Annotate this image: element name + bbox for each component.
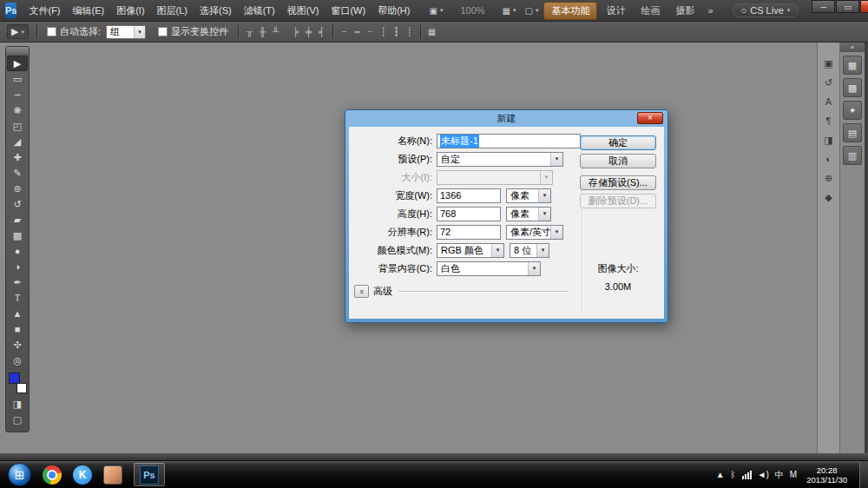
view-extras-button[interactable]: ▦ ▾: [498, 4, 521, 17]
eyedropper-tool[interactable]: ◢: [7, 134, 28, 149]
menu-window[interactable]: 窗口(W): [325, 0, 372, 21]
distribute-vertical-centers-icon[interactable]: ┅: [351, 25, 364, 39]
show-desktop-button[interactable]: [859, 461, 868, 488]
distribute-bottom-edges-icon[interactable]: ┈: [364, 25, 377, 39]
resolution-input[interactable]: [437, 225, 501, 240]
distribute-horizontal-centers-icon[interactable]: ┇: [390, 25, 403, 39]
hand-tool[interactable]: ✣: [7, 337, 28, 353]
info-panel-icon[interactable]: ◆: [819, 188, 838, 206]
channels-panel-icon[interactable]: ▥: [843, 146, 862, 165]
history-panel-icon[interactable]: ↺: [819, 74, 838, 91]
network-signal-icon[interactable]: [742, 471, 752, 479]
input-method-icon[interactable]: M: [790, 470, 797, 479]
language-indicator[interactable]: 中: [775, 469, 784, 481]
healing-brush-tool[interactable]: ✚: [7, 149, 28, 165]
distribute-left-edges-icon[interactable]: ┆: [377, 25, 390, 39]
taskbar-clock[interactable]: 20:28 2013/11/30: [806, 465, 847, 485]
photoshop-logo-icon[interactable]: Ps: [5, 3, 16, 18]
messenger-taskbar-icon[interactable]: [103, 465, 122, 485]
clone-stamp-tool[interactable]: ⊛: [7, 181, 28, 196]
save-preset-button[interactable]: 存储预设(S)...: [580, 175, 656, 190]
ok-button[interactable]: 确定: [580, 135, 656, 150]
menu-view[interactable]: 视图(V): [281, 0, 326, 21]
menu-filter[interactable]: 滤镜(T): [238, 0, 281, 21]
launch-bridge-button[interactable]: ▣ ▾: [424, 4, 447, 17]
toolbox-header[interactable]: [6, 47, 29, 54]
auto-select-target-select[interactable]: 组 ▾: [106, 25, 146, 39]
lasso-tool[interactable]: ∽: [7, 87, 28, 102]
minimize-button[interactable]: ─: [812, 0, 835, 13]
align-right-edges-icon[interactable]: ╡: [315, 25, 328, 39]
menu-select[interactable]: 选择(S): [194, 0, 238, 21]
show-transform-controls-checkbox[interactable]: [158, 27, 168, 36]
color-mode-select[interactable]: RGB 颜色 ▾: [437, 243, 504, 258]
bit-depth-select[interactable]: 8 位 ▾: [510, 243, 549, 258]
gradient-tool[interactable]: ▩: [7, 228, 28, 243]
bluetooth-icon[interactable]: ᛒ: [731, 470, 736, 479]
show-hidden-icons-button[interactable]: ▲: [716, 470, 725, 479]
dodge-tool[interactable]: ◑: [7, 259, 28, 274]
workspace-photo[interactable]: 摄影: [668, 3, 701, 19]
height-unit-select[interactable]: 像素 ▾: [506, 207, 551, 221]
screen-mode-button[interactable]: ▢: [7, 412, 28, 427]
align-left-edges-icon[interactable]: ╞: [289, 25, 302, 39]
zoom-tool[interactable]: ◎: [7, 353, 28, 368]
crop-tool[interactable]: ◰: [7, 118, 28, 134]
volume-icon[interactable]: ◄): [758, 470, 769, 479]
background-contents-select[interactable]: 白色 ▾: [437, 261, 541, 276]
shape-tool[interactable]: ■: [7, 321, 28, 337]
preset-select[interactable]: 自定 ▾: [437, 152, 563, 167]
pen-tool[interactable]: ✒: [7, 274, 28, 290]
restore-button[interactable]: ▭: [836, 0, 859, 13]
tool-preset-picker[interactable]: ▶ ▾: [7, 24, 29, 39]
name-input[interactable]: 未标题-1: [437, 134, 581, 148]
clone-source-panel-icon[interactable]: ⊕: [819, 169, 838, 187]
distribute-right-edges-icon[interactable]: ┊: [403, 25, 416, 39]
paragraph-panel-icon[interactable]: ¶: [819, 112, 838, 129]
chrome-taskbar-icon[interactable]: [43, 465, 62, 485]
move-tool[interactable]: ▶: [7, 56, 28, 71]
width-unit-select[interactable]: 像素 ▾: [506, 188, 551, 203]
adjustments-panel-icon[interactable]: ◐: [819, 150, 838, 168]
distribute-top-edges-icon[interactable]: ┄: [338, 25, 351, 39]
workspace-design[interactable]: 设计: [599, 3, 632, 19]
masks-panel-icon[interactable]: ◨: [819, 131, 838, 148]
menu-image[interactable]: 图像(I): [110, 0, 150, 21]
eraser-tool[interactable]: ▰: [7, 212, 28, 228]
rectangular-marquee-tool[interactable]: ▭: [7, 71, 28, 87]
menu-layer[interactable]: 图层(L): [151, 0, 194, 21]
swatches-panel-icon[interactable]: ▩: [843, 78, 862, 97]
advanced-toggle-button[interactable]: »: [354, 285, 369, 298]
mini-bridge-panel-icon[interactable]: ▣: [819, 55, 838, 72]
cancel-button[interactable]: 取消: [580, 154, 656, 168]
align-vertical-centers-icon[interactable]: ╫: [256, 25, 269, 39]
styles-panel-icon[interactable]: ✦: [843, 101, 862, 120]
align-horizontal-centers-icon[interactable]: ╪: [302, 25, 315, 39]
kugou-taskbar-icon[interactable]: K: [73, 465, 92, 485]
layers-panel-icon[interactable]: ▤: [843, 123, 862, 142]
dialog-titlebar[interactable]: 新建 ×: [345, 110, 667, 127]
photoshop-taskbar-button[interactable]: Ps: [134, 463, 165, 486]
type-tool[interactable]: T: [7, 290, 28, 306]
arrange-documents-button[interactable]: ▢ ▾: [521, 4, 543, 17]
workspace-overflow-button[interactable]: »: [702, 5, 718, 16]
zoom-level[interactable]: 100%: [456, 5, 489, 16]
quick-selection-tool[interactable]: ❋: [7, 102, 28, 118]
path-selection-tool[interactable]: ▲: [7, 306, 28, 321]
auto-align-layers-icon[interactable]: ▦: [425, 25, 438, 39]
close-button[interactable]: ×: [860, 0, 868, 13]
height-input[interactable]: [437, 207, 501, 221]
quick-mask-button[interactable]: ◨: [7, 396, 28, 412]
history-brush-tool[interactable]: ↺: [7, 196, 28, 212]
menu-file[interactable]: 文件(F): [23, 0, 66, 21]
menu-help[interactable]: 帮助(H): [372, 0, 416, 21]
character-panel-icon[interactable]: A: [819, 93, 838, 110]
resolution-unit-select[interactable]: 像素/英寸 ▾: [506, 225, 563, 240]
background-color-swatch[interactable]: [16, 383, 27, 393]
dialog-close-button[interactable]: ×: [637, 112, 663, 124]
align-top-edges-icon[interactable]: ╥: [243, 25, 256, 39]
blur-tool[interactable]: ●: [7, 243, 28, 259]
width-input[interactable]: [437, 188, 501, 203]
cs-live-button[interactable]: ○ CS Live ▾: [733, 3, 799, 17]
color-panel-icon[interactable]: ▦: [843, 56, 862, 75]
